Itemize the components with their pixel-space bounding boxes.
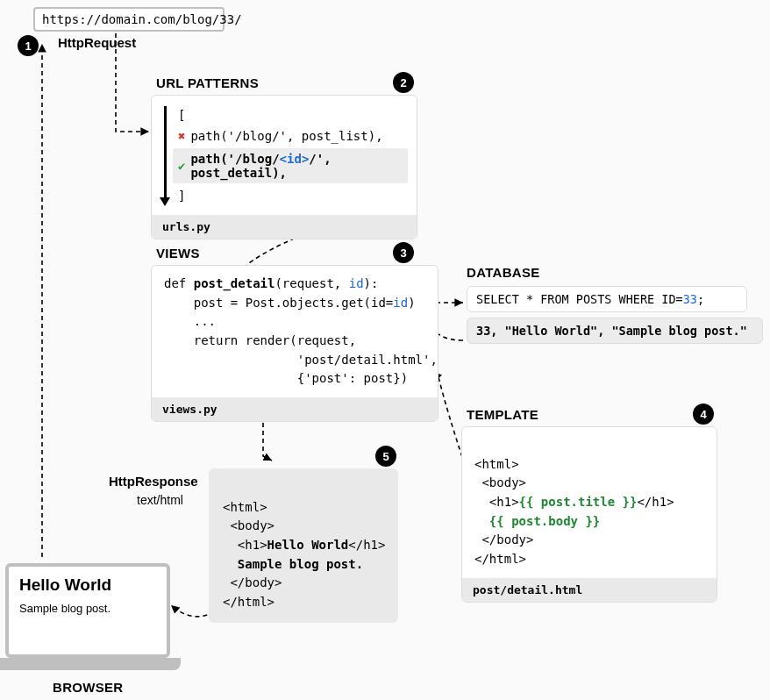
step-badge-5: 5 bbox=[375, 446, 396, 467]
browser-label: BROWSER bbox=[53, 680, 123, 695]
laptop-base-icon bbox=[0, 658, 181, 670]
tpl-l6: </html> bbox=[474, 552, 526, 566]
template-filename: post/detail.html bbox=[462, 578, 717, 602]
browser-screen: Hello World Sample blog post. bbox=[5, 563, 170, 658]
tpl-l3: <h1>{{ post.title }}</h1> bbox=[474, 495, 674, 509]
tpl-l4: {{ post.body }} bbox=[474, 514, 600, 528]
http-response-mime: text/html bbox=[137, 493, 183, 507]
database-query: SELECT * FROM POSTS WHERE ID=33; bbox=[467, 286, 747, 312]
view-render-2: 'post/detail.html', bbox=[164, 351, 425, 370]
url-pattern-sequence-arrow bbox=[160, 106, 169, 206]
url-pattern-nomatch: ✖ path('/blog/', post_list), bbox=[176, 125, 404, 146]
step-badge-1: 1 bbox=[18, 35, 39, 56]
views-title: VIEWS bbox=[156, 246, 200, 261]
template-card: <html> <body> <h1>{{ post.title }}</h1> … bbox=[461, 426, 717, 603]
bracket-close: ] bbox=[176, 185, 404, 206]
step-badge-2: 2 bbox=[393, 72, 414, 93]
http-request-label: HttpRequest bbox=[58, 35, 136, 50]
url-patterns-title: URL PATTERNS bbox=[156, 75, 259, 90]
template-title: TEMPLATE bbox=[467, 407, 538, 422]
http-response-label: HttpResponse bbox=[109, 474, 198, 489]
url-patterns-card: [ ✖ path('/blog/', post_list), ✔ path('/… bbox=[151, 95, 417, 239]
views-filename: views.py bbox=[152, 397, 438, 421]
check-icon: ✔ bbox=[178, 159, 185, 173]
view-ellipsis: ... bbox=[164, 312, 425, 332]
view-def-line: def post_detail(request, id): bbox=[164, 275, 425, 294]
tpl-l2: <body> bbox=[474, 475, 526, 489]
view-query-line: post = Post.objects.get(id=id) bbox=[164, 294, 425, 313]
database-title: DATABASE bbox=[467, 265, 540, 280]
views-card: def post_detail(request, id): post = Pos… bbox=[151, 265, 438, 422]
view-render-1: return render(request, bbox=[164, 332, 425, 351]
rendered-page-title: Hello World bbox=[19, 575, 156, 595]
bracket-open: [ bbox=[176, 104, 404, 125]
browser-address-bar: https://domain.com/blog/33/ bbox=[33, 7, 225, 32]
cross-icon: ✖ bbox=[178, 129, 185, 143]
view-render-3: {'post': post}) bbox=[164, 369, 425, 389]
urls-filename: urls.py bbox=[152, 215, 417, 239]
tpl-l1: <html> bbox=[474, 457, 519, 471]
database-result: 33, "Hello World", "Sample blog post." bbox=[467, 318, 763, 344]
step-badge-4: 4 bbox=[693, 404, 714, 425]
browser-laptop: Hello World Sample blog post. bbox=[5, 563, 170, 670]
http-response-body: <html> <body> <h1>Hello World</h1> Sampl… bbox=[209, 468, 398, 623]
rendered-page-body: Sample blog post. bbox=[19, 602, 156, 615]
tpl-l5: </body> bbox=[474, 532, 533, 546]
step-badge-3: 3 bbox=[393, 242, 414, 263]
url-pattern-match: ✔ path('/blog/<id>/', post_detail), bbox=[173, 148, 408, 183]
